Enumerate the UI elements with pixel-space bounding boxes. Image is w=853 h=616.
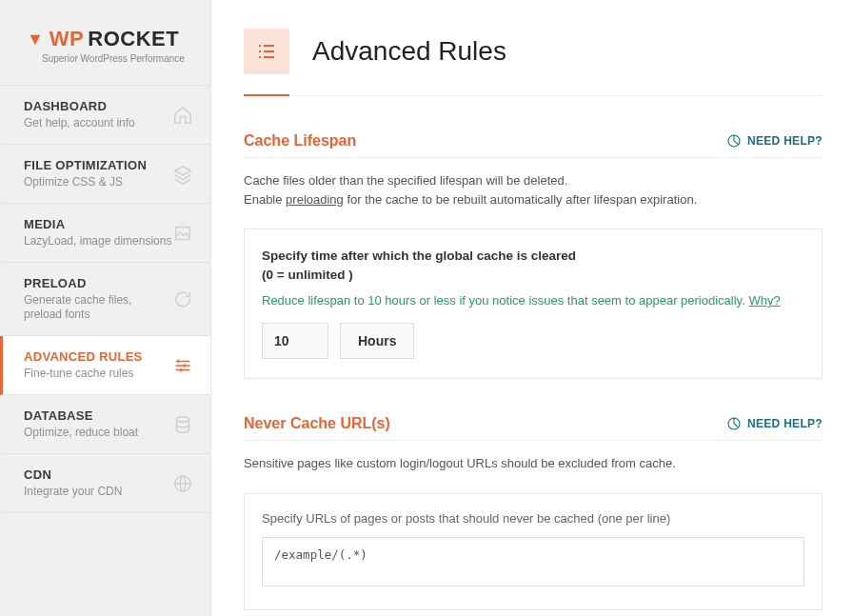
sidebar-item-subtitle: Optimize, reduce bloat xyxy=(24,426,172,440)
home-icon xyxy=(172,105,193,126)
sidebar-item-subtitle: LazyLoad, image dimensions xyxy=(24,234,172,248)
page-header: Advanced Rules xyxy=(244,29,823,96)
lifespan-hint: Reduce lifespan to 10 hours or less if y… xyxy=(262,293,804,308)
why-link[interactable]: Why? xyxy=(748,293,780,308)
sliders-icon xyxy=(172,355,193,376)
page-title: Advanced Rules xyxy=(312,36,506,67)
lifespan-panel: Specify time after which the global cach… xyxy=(244,229,823,379)
never-cache-panel: Specify URLs of pages or posts that shou… xyxy=(244,493,823,610)
sidebar-item-subtitle: Get help, account info xyxy=(24,116,172,130)
sidebar-item-title: DATABASE xyxy=(24,408,172,423)
sidebar-item-preload[interactable]: PRELOADGenerate cache files, preload fon… xyxy=(0,263,210,336)
need-help-label: NEED HELP? xyxy=(747,417,823,430)
sidebar-item-title: DASHBOARD xyxy=(24,99,172,113)
sidebar-item-subtitle: Integrate your CDN xyxy=(24,485,172,499)
sidebar-item-media[interactable]: MEDIALazyLoad, image dimensions xyxy=(0,204,210,263)
need-help-label: NEED HELP? xyxy=(747,134,823,148)
sidebar-item-dashboard[interactable]: DASHBOARDGet help, account info xyxy=(0,86,210,145)
need-help-link[interactable]: NEED HELP? xyxy=(726,133,823,149)
logo-mark-icon: ▼ xyxy=(27,30,44,50)
sidebar-item-title: CDN xyxy=(24,467,172,482)
sidebar-item-subtitle: Generate cache files, preload fonts xyxy=(24,293,172,322)
sidebar-item-title: MEDIA xyxy=(24,217,172,231)
refresh-icon xyxy=(172,288,193,309)
brand-tagline: Superior WordPress Performance xyxy=(42,53,191,64)
sidebar-item-title: PRELOAD xyxy=(24,276,172,290)
lifespan-value-input[interactable] xyxy=(262,323,328,359)
database-icon xyxy=(172,414,193,435)
sidebar-item-file-opt[interactable]: FILE OPTIMIZATIONOptimize CSS & JS xyxy=(0,145,210,204)
section-title-lifespan: Cache Lifespan xyxy=(244,132,356,149)
never-cache-desc: Sensitive pages like custom login/logout… xyxy=(244,454,823,473)
section-never-cache: Never Cache URL(s) NEED HELP? Sensitive … xyxy=(244,415,823,609)
sidebar-item-title: ADVANCED RULES xyxy=(24,349,172,364)
sidebar-item-database[interactable]: DATABASEOptimize, reduce bloat xyxy=(0,395,210,454)
never-cache-panel-label: Specify URLs of pages or posts that shou… xyxy=(262,511,804,526)
need-help-link[interactable]: NEED HELP? xyxy=(726,416,823,431)
never-cache-textarea[interactable] xyxy=(262,537,804,586)
sidebar: ▼ WP ROCKET Superior WordPress Performan… xyxy=(0,0,211,616)
sidebar-item-subtitle: Fine-tune cache rules xyxy=(24,367,172,381)
main-content: Advanced Rules Cache Lifespan NEED HELP?… xyxy=(211,0,853,616)
help-icon xyxy=(726,133,742,149)
image-icon xyxy=(172,223,193,244)
sidebar-item-subtitle: Optimize CSS & JS xyxy=(24,175,172,189)
section-description: Cache files older than the specified lif… xyxy=(244,171,823,209)
brand-name-2: ROCKET xyxy=(88,27,179,51)
brand-name-1: WP xyxy=(50,27,84,51)
layers-icon xyxy=(172,164,193,185)
globe-icon xyxy=(172,473,193,494)
sidebar-item-title: FILE OPTIMIZATION xyxy=(24,158,172,172)
sidebar-item-adv-rules[interactable]: ADVANCED RULESFine-tune cache rules xyxy=(0,336,210,395)
lifespan-panel-label-2: (0 = unlimited ) xyxy=(262,268,353,282)
sliders-icon xyxy=(255,40,278,63)
lifespan-panel-label-1: Specify time after which the global cach… xyxy=(262,248,576,263)
sidebar-item-cdn[interactable]: CDNIntegrate your CDN xyxy=(0,454,210,513)
section-cache-lifespan: Cache Lifespan NEED HELP? Cache files ol… xyxy=(244,132,823,379)
page-header-icon xyxy=(244,29,289,74)
lifespan-unit-select[interactable]: Hours xyxy=(340,323,414,359)
preloading-link[interactable]: preloading xyxy=(286,192,344,207)
section-title-never-cache: Never Cache URL(s) xyxy=(244,415,390,432)
help-icon xyxy=(726,416,742,431)
brand-logo: ▼ WP ROCKET Superior WordPress Performan… xyxy=(0,0,210,86)
